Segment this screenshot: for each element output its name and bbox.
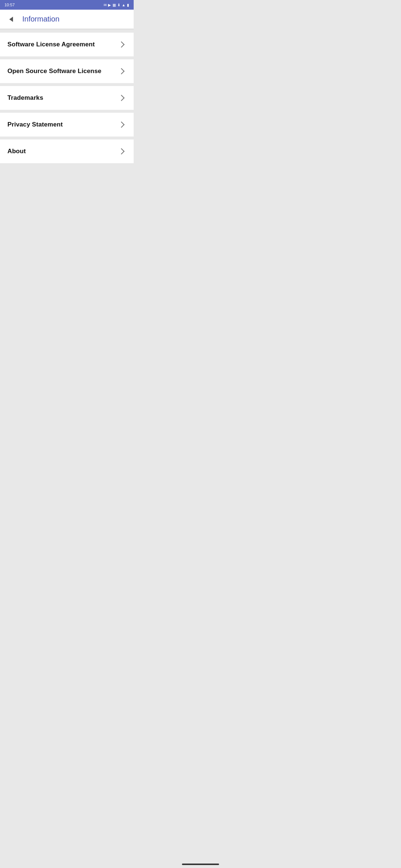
page-title: Information: [22, 15, 59, 23]
app-bar: Information: [0, 10, 134, 29]
about-item[interactable]: About: [0, 139, 134, 163]
open-source-license-label: Open Source Software License: [7, 68, 101, 75]
calendar-icon: ▦: [113, 3, 116, 7]
status-time: 10:57: [4, 3, 15, 7]
gap-1: [0, 30, 134, 33]
content-area: Software License Agreement Open Source S…: [0, 30, 134, 163]
software-license-item[interactable]: Software License Agreement: [0, 33, 134, 56]
about-label: About: [7, 148, 26, 155]
status-icons: ✉ ▶ ▦ ⬇ ▲ ▮: [104, 3, 129, 7]
gap-2: [0, 56, 134, 59]
battery-icon: ▮: [127, 3, 129, 7]
status-bar: 10:57 ✉ ▶ ▦ ⬇ ▲ ▮: [0, 0, 134, 10]
chevron-right-icon-5: [118, 147, 126, 155]
download-icon: ⬇: [117, 3, 120, 7]
chevron-right-icon-2: [118, 67, 126, 75]
trademarks-item[interactable]: Trademarks: [0, 86, 134, 110]
chevron-right-icon-4: [118, 121, 126, 129]
wifi-icon: ▲: [122, 3, 125, 7]
open-source-license-item[interactable]: Open Source Software License: [0, 59, 134, 83]
chevron-right-icon-1: [118, 40, 126, 49]
privacy-statement-label: Privacy Statement: [7, 121, 63, 128]
back-button[interactable]: [6, 14, 16, 24]
privacy-statement-item[interactable]: Privacy Statement: [0, 113, 134, 137]
trademarks-label: Trademarks: [7, 94, 43, 102]
gap-4: [0, 110, 134, 113]
gap-3: [0, 83, 134, 86]
gap-5: [0, 137, 134, 139]
back-arrow-icon: [9, 17, 13, 22]
play-icon: ▶: [108, 3, 111, 7]
software-license-label: Software License Agreement: [7, 41, 95, 48]
chevron-right-icon-3: [118, 94, 126, 102]
mail-icon: ✉: [104, 3, 107, 7]
